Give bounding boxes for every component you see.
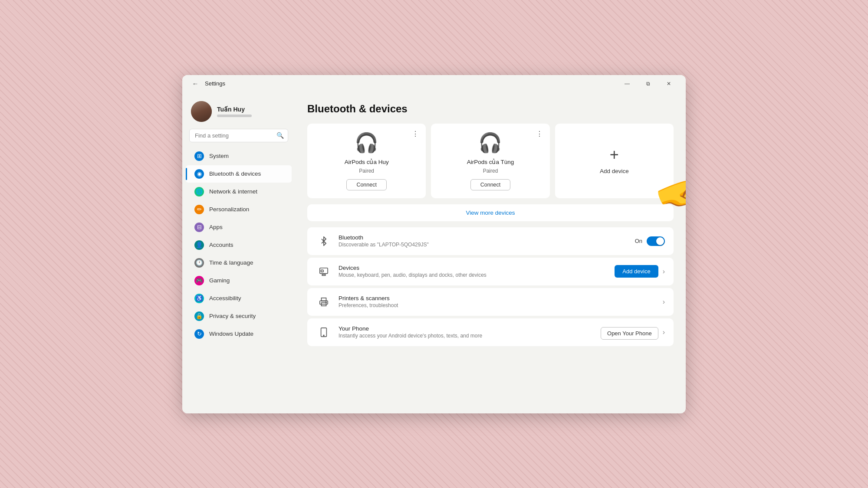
add-device-card[interactable]: + Add device 🤜 bbox=[555, 124, 674, 198]
sidebar-item-apps[interactable]: ⊟ Apps bbox=[186, 219, 292, 236]
device-menu-0[interactable]: ⋮ bbox=[409, 128, 421, 140]
printers-desc: Preferences, troubleshoot bbox=[339, 302, 656, 308]
svg-rect-2 bbox=[321, 270, 324, 272]
devices-chevron-icon: › bbox=[663, 268, 665, 275]
device-name-0: AirPods của Huy bbox=[345, 158, 389, 165]
bluetooth-toggle-label: On bbox=[635, 238, 642, 244]
bluetooth-row[interactable]: Bluetooth Discoverable as "LAPTOP-5QO429… bbox=[307, 227, 674, 255]
accessibility-icon: ♿ bbox=[194, 294, 204, 303]
bluetooth-control: On bbox=[635, 236, 665, 246]
phone-title: Your Phone bbox=[339, 325, 594, 332]
bluetooth-section: Bluetooth Discoverable as "LAPTOP-5QO429… bbox=[307, 227, 674, 255]
phone-section: Your Phone Instantly access your Android… bbox=[307, 318, 674, 346]
connect-btn-1[interactable]: Connect bbox=[470, 179, 511, 190]
sidebar-label-privacy: Privacy & security bbox=[209, 313, 256, 319]
devices-title: Devices bbox=[339, 265, 608, 271]
avatar bbox=[191, 101, 212, 122]
accounts-icon: 👤 bbox=[194, 240, 204, 250]
add-device-label: Add device bbox=[600, 168, 629, 174]
sidebar-item-bluetooth[interactable]: ◉ Bluetooth & devices bbox=[186, 165, 292, 183]
phone-info: Your Phone Instantly access your Android… bbox=[339, 325, 594, 339]
printers-info: Printers & scanners Preferences, trouble… bbox=[339, 295, 656, 308]
sidebar-item-update[interactable]: ↻ Windows Update bbox=[186, 325, 292, 343]
phone-chevron-icon: › bbox=[663, 328, 665, 336]
user-info: Tuấn Huy bbox=[217, 106, 252, 117]
user-bar bbox=[217, 115, 252, 117]
headphone-icon-0: 🎧 bbox=[355, 131, 378, 154]
privacy-icon: 🔒 bbox=[194, 311, 204, 321]
view-more-devices[interactable]: View more devices bbox=[307, 204, 674, 221]
gaming-icon: 🎮 bbox=[194, 276, 204, 285]
user-section[interactable]: Tuấn Huy bbox=[182, 98, 295, 129]
printers-row[interactable]: Printers & scanners Preferences, trouble… bbox=[307, 288, 674, 316]
device-menu-1[interactable]: ⋮ bbox=[533, 128, 546, 140]
phone-control: Open Your Phone › bbox=[601, 324, 665, 340]
sidebar-label-apps: Apps bbox=[209, 224, 223, 230]
titlebar: ← Settings — ⧉ ✕ bbox=[182, 75, 686, 92]
printers-chevron-icon: › bbox=[663, 298, 665, 306]
bluetooth-icon: ◉ bbox=[194, 169, 204, 179]
close-button[interactable]: ✕ bbox=[659, 77, 679, 91]
bluetooth-toggle[interactable] bbox=[647, 236, 665, 246]
devices-row-icon bbox=[316, 264, 332, 279]
devices-grid: ⋮ 🎧 AirPods của Huy Paired Connect ⋮ 🎧 A… bbox=[307, 124, 674, 198]
sidebar-label-update: Windows Update bbox=[209, 331, 253, 337]
sidebar-label-network: Network & internet bbox=[209, 188, 257, 195]
network-icon: 🌐 bbox=[194, 187, 204, 197]
devices-row[interactable]: Devices Mouse, keyboard, pen, audio, dis… bbox=[307, 258, 674, 285]
svg-point-5 bbox=[326, 302, 327, 303]
add-device-button[interactable]: Add device bbox=[615, 265, 658, 278]
sidebar-item-accounts[interactable]: 👤 Accounts bbox=[186, 236, 292, 254]
devices-control: Add device › bbox=[615, 265, 665, 278]
time-icon: 🕐 bbox=[194, 258, 204, 268]
user-name: Tuấn Huy bbox=[217, 106, 252, 113]
sidebar-label-accounts: Accounts bbox=[209, 242, 233, 248]
svg-point-7 bbox=[323, 335, 324, 336]
sidebar: Tuấn Huy 🔍 ⊞ System ◉ Bluetooth & device… bbox=[182, 92, 295, 413]
device-card-1: ⋮ 🎧 AirPods của Tùng Paired Connect bbox=[431, 124, 549, 198]
sidebar-item-privacy[interactable]: 🔒 Privacy & security bbox=[186, 308, 292, 325]
main-content-wrapper: Bluetooth & devices ⋮ 🎧 AirPods của Huy … bbox=[295, 92, 686, 413]
sidebar-item-accessibility[interactable]: ♿ Accessibility bbox=[186, 290, 292, 307]
svg-rect-1 bbox=[322, 274, 325, 275]
printers-control: › bbox=[663, 298, 665, 306]
sidebar-label-time: Time & language bbox=[209, 259, 253, 266]
system-icon: ⊞ bbox=[194, 151, 204, 161]
sidebar-label-accessibility: Accessibility bbox=[209, 295, 241, 301]
sidebar-item-system[interactable]: ⊞ System bbox=[186, 147, 292, 165]
open-phone-button[interactable]: Open Your Phone bbox=[601, 327, 658, 340]
search-box[interactable]: 🔍 bbox=[189, 129, 288, 142]
sidebar-label-bluetooth: Bluetooth & devices bbox=[209, 170, 261, 177]
bluetooth-desc: Discoverable as "LAPTOP-5QO429JS" bbox=[339, 242, 628, 248]
sidebar-label-gaming: Gaming bbox=[209, 277, 230, 284]
bluetooth-title: Bluetooth bbox=[339, 234, 628, 241]
update-icon: ↻ bbox=[194, 329, 204, 339]
sidebar-item-personalization[interactable]: ✏ Personalization bbox=[186, 201, 292, 218]
sidebar-item-network[interactable]: 🌐 Network & internet bbox=[186, 183, 292, 200]
phone-desc: Instantly access your Android device's p… bbox=[339, 333, 594, 339]
device-status-0: Paired bbox=[359, 168, 374, 174]
devices-desc: Mouse, keyboard, pen, audio, displays an… bbox=[339, 272, 608, 278]
phone-row[interactable]: Your Phone Instantly access your Android… bbox=[307, 318, 674, 346]
view-more-label: View more devices bbox=[466, 210, 515, 216]
minimize-button[interactable]: — bbox=[617, 77, 637, 91]
window-controls: — ⧉ ✕ bbox=[617, 77, 679, 91]
device-status-1: Paired bbox=[483, 168, 498, 174]
phone-row-icon bbox=[316, 324, 332, 340]
sidebar-label-system: System bbox=[209, 153, 229, 159]
sidebar-item-gaming[interactable]: 🎮 Gaming bbox=[186, 272, 292, 289]
personalization-icon: ✏ bbox=[194, 205, 204, 214]
bluetooth-info: Bluetooth Discoverable as "LAPTOP-5QO429… bbox=[339, 234, 628, 248]
connect-btn-0[interactable]: Connect bbox=[346, 179, 387, 190]
back-button[interactable]: ← bbox=[189, 78, 201, 90]
apps-icon: ⊟ bbox=[194, 223, 204, 232]
printers-section: Printers & scanners Preferences, trouble… bbox=[307, 288, 674, 316]
printers-row-icon bbox=[316, 294, 332, 310]
search-input[interactable] bbox=[189, 129, 288, 142]
bluetooth-row-icon bbox=[316, 233, 332, 249]
add-plus-icon: + bbox=[610, 147, 619, 163]
headphone-icon-1: 🎧 bbox=[478, 131, 502, 154]
maximize-button[interactable]: ⧉ bbox=[638, 77, 658, 91]
main-content: Bluetooth & devices ⋮ 🎧 AirPods của Huy … bbox=[295, 92, 686, 359]
sidebar-item-time[interactable]: 🕐 Time & language bbox=[186, 254, 292, 272]
